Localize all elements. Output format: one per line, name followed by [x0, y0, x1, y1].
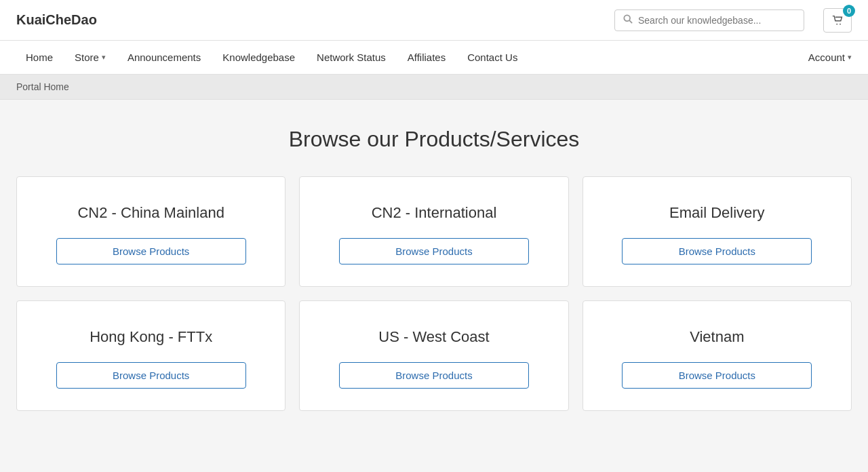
svg-point-2	[836, 23, 837, 24]
site-logo[interactable]: KuaiCheDao	[16, 12, 97, 28]
site-header: KuaiCheDao 0	[0, 0, 868, 41]
account-label: Account	[808, 52, 845, 63]
search-bar	[614, 9, 804, 31]
svg-point-3	[840, 23, 841, 24]
browse-button-1[interactable]: Browse Products	[339, 238, 529, 264]
browse-button-5[interactable]: Browse Products	[622, 362, 812, 389]
product-card-0: CN2 - China Mainland Browse Products	[16, 176, 285, 287]
nav-left: Home Store ▾ Announcements Knowledgebase…	[16, 47, 527, 67]
product-name-4: US - West Coast	[378, 328, 489, 346]
svg-line-1	[629, 20, 632, 23]
header-left: KuaiCheDao	[16, 12, 97, 28]
svg-point-0	[624, 15, 630, 21]
page-title: Browse our Products/Services	[16, 127, 852, 152]
cart-button[interactable]: 0	[823, 8, 852, 33]
search-icon	[623, 14, 633, 26]
product-card-5: Vietnam Browse Products	[583, 300, 852, 411]
main-content: Browse our Products/Services CN2 - China…	[0, 100, 868, 452]
breadcrumb: Portal Home	[0, 75, 868, 100]
product-name-3: Hong Kong - FTTx	[90, 328, 212, 346]
product-card-3: Hong Kong - FTTx Browse Products	[16, 300, 285, 411]
store-dropdown-arrow: ▾	[102, 53, 106, 62]
browse-button-0[interactable]: Browse Products	[56, 238, 246, 264]
products-grid: CN2 - China Mainland Browse Products CN2…	[16, 176, 852, 411]
search-input[interactable]	[638, 15, 795, 26]
browse-button-2[interactable]: Browse Products	[622, 238, 812, 264]
account-nav[interactable]: Account ▾	[808, 52, 852, 63]
product-name-1: CN2 - International	[372, 204, 497, 222]
browse-button-3[interactable]: Browse Products	[56, 362, 246, 389]
product-name-0: CN2 - China Mainland	[77, 204, 224, 222]
nav-item-network-status[interactable]: Network Status	[307, 47, 395, 67]
navbar: Home Store ▾ Announcements Knowledgebase…	[0, 41, 868, 75]
header-right: 0	[614, 8, 852, 33]
product-name-5: Vietnam	[690, 328, 744, 346]
product-name-2: Email Delivery	[669, 204, 765, 222]
nav-item-store[interactable]: Store ▾	[65, 47, 115, 67]
breadcrumb-label: Portal Home	[16, 81, 69, 92]
nav-item-home[interactable]: Home	[16, 47, 62, 67]
nav-item-contact-us[interactable]: Contact Us	[458, 47, 527, 67]
nav-item-announcements[interactable]: Announcements	[118, 47, 210, 67]
product-card-1: CN2 - International Browse Products	[299, 176, 568, 287]
browse-button-4[interactable]: Browse Products	[339, 362, 529, 389]
product-card-4: US - West Coast Browse Products	[299, 300, 568, 411]
nav-item-knowledgebase[interactable]: Knowledgebase	[213, 47, 304, 67]
account-dropdown-arrow: ▾	[848, 53, 852, 62]
nav-item-affiliates[interactable]: Affiliates	[398, 47, 455, 67]
product-card-2: Email Delivery Browse Products	[583, 176, 852, 287]
cart-badge: 0	[843, 5, 855, 17]
